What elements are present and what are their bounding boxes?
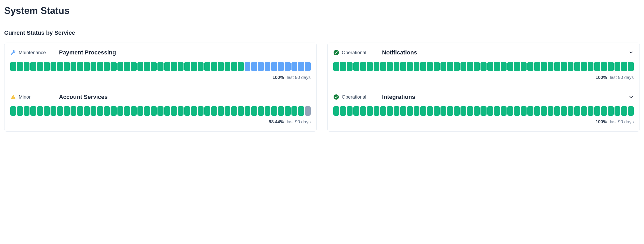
wrench-icon <box>10 50 16 55</box>
uptime-tick <box>467 106 473 116</box>
status-block: Operational <box>333 50 382 55</box>
uptime-tick <box>245 106 250 116</box>
status-label: Operational <box>342 50 366 55</box>
uptime-tick <box>594 106 600 116</box>
svg-rect-0 <box>13 96 13 98</box>
uptime-percent: 100% <box>596 119 607 124</box>
uptime-tick <box>171 106 177 116</box>
uptime-tick <box>77 106 83 116</box>
uptime-tick <box>480 62 486 71</box>
expand-button[interactable] <box>626 50 634 55</box>
uptime-tick <box>574 62 580 71</box>
uptime-tick <box>258 106 264 116</box>
uptime-tick <box>447 106 453 116</box>
chevron-down-icon[interactable] <box>628 94 634 100</box>
uptime-tick <box>394 106 399 116</box>
uptime-tick <box>387 62 393 71</box>
uptime-tick <box>460 106 466 116</box>
uptime-tick <box>77 62 83 71</box>
uptime-tick <box>285 62 290 71</box>
uptime-caption: 100% last 90 days <box>10 75 311 80</box>
uptime-tick <box>111 106 116 116</box>
uptime-tick <box>251 106 257 116</box>
uptime-tick <box>10 62 16 71</box>
status-block: Maintenance <box>10 50 59 55</box>
uptime-tick <box>608 62 613 71</box>
uptime-tick <box>548 62 553 71</box>
uptime-tick <box>487 106 493 116</box>
uptime-tick <box>374 106 379 116</box>
uptime-tick <box>548 106 553 116</box>
uptime-tick <box>615 62 620 71</box>
uptime-tick <box>30 62 36 71</box>
uptime-tick <box>601 106 607 116</box>
service-name: Integrations <box>382 94 415 100</box>
uptime-tick <box>434 106 439 116</box>
uptime-period: last 90 days <box>610 119 634 124</box>
uptime-tick <box>387 106 393 116</box>
uptime-tick <box>380 62 386 71</box>
uptime-tick <box>51 106 56 116</box>
service-card: Minor Account Services 98.44% last 90 da… <box>4 87 316 131</box>
uptime-tick <box>204 62 210 71</box>
check-circle-icon <box>333 94 339 100</box>
uptime-tick <box>278 106 284 116</box>
uptime-tick <box>285 106 290 116</box>
uptime-tick <box>71 62 76 71</box>
status-label: Maintenance <box>19 50 46 55</box>
uptime-tick <box>541 62 547 71</box>
uptime-period: last 90 days <box>610 75 634 80</box>
uptime-tick <box>460 62 466 71</box>
uptime-tick <box>440 62 446 71</box>
uptime-tick <box>184 62 190 71</box>
uptime-tick <box>157 62 163 71</box>
uptime-tick <box>124 62 130 71</box>
uptime-tick <box>191 106 197 116</box>
expand-button[interactable] <box>626 94 634 100</box>
uptime-tick <box>10 106 16 116</box>
uptime-tick <box>137 106 143 116</box>
uptime-tick <box>480 106 486 116</box>
uptime-tick <box>298 106 304 116</box>
uptime-tick <box>367 106 373 116</box>
uptime-tick <box>64 106 70 116</box>
card-header: Operational Notifications <box>333 49 634 56</box>
uptime-tick <box>37 62 43 71</box>
uptime-tick <box>144 106 150 116</box>
uptime-tick <box>568 106 573 116</box>
uptime-percent: 98.44% <box>269 119 284 124</box>
warning-icon <box>10 94 16 100</box>
uptime-tick <box>225 106 230 116</box>
uptime-tick <box>615 106 620 116</box>
uptime-tick <box>245 62 250 71</box>
uptime-bar <box>10 106 311 116</box>
uptime-tick <box>454 106 460 116</box>
uptime-tick <box>608 106 613 116</box>
uptime-tick <box>225 62 230 71</box>
uptime-percent: 100% <box>596 75 607 80</box>
uptime-tick <box>184 106 190 116</box>
uptime-tick <box>554 106 560 116</box>
uptime-tick <box>164 106 170 116</box>
uptime-tick <box>291 106 297 116</box>
service-column: Maintenance Payment Processing 100% last… <box>4 43 317 132</box>
uptime-tick <box>367 62 373 71</box>
uptime-tick <box>601 62 607 71</box>
uptime-tick <box>44 106 49 116</box>
uptime-tick <box>527 62 533 71</box>
uptime-tick <box>561 62 567 71</box>
card-header: Operational Integrations <box>333 94 634 100</box>
uptime-tick <box>111 62 116 71</box>
uptime-tick <box>628 106 634 116</box>
subsection-title: Current Status by Service <box>4 29 640 36</box>
uptime-tick <box>340 106 346 116</box>
uptime-tick <box>521 106 527 116</box>
uptime-tick <box>360 106 366 116</box>
uptime-bar <box>333 62 634 71</box>
uptime-caption: 98.44% last 90 days <box>10 119 311 125</box>
uptime-tick <box>238 62 244 71</box>
chevron-down-icon[interactable] <box>628 50 634 55</box>
uptime-tick <box>494 106 500 116</box>
uptime-tick <box>568 62 573 71</box>
uptime-tick <box>218 106 224 116</box>
